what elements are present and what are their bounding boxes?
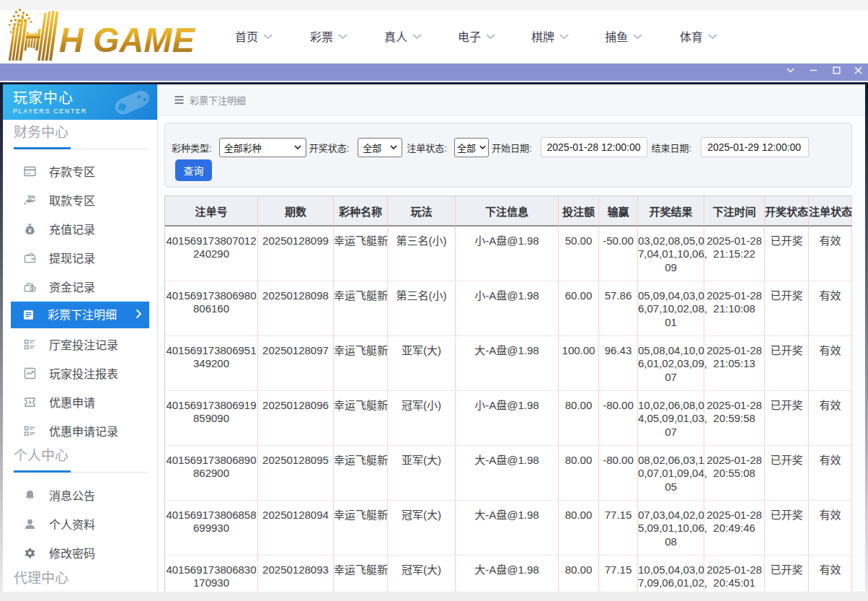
svg-text:H GAME: H GAME [59,20,195,59]
